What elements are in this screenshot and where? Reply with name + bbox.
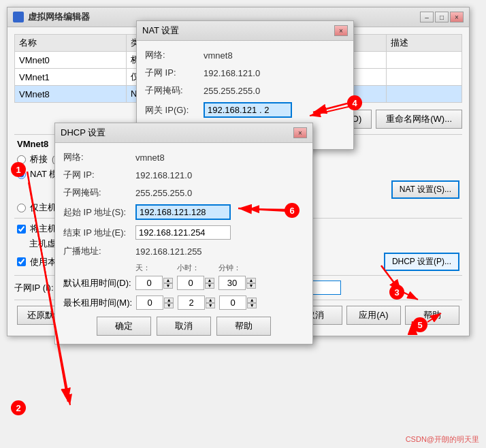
nat-settings-button[interactable]: NAT 设置(S)... [391, 180, 459, 199]
dhcp-subnet-ip-row: 子网 IP: 192.168.121.0 [63, 169, 304, 181]
nat-gateway-input[interactable] [204, 102, 292, 118]
minimize-button[interactable]: – [420, 12, 434, 22]
cell-desc [387, 69, 462, 86]
maximize-button[interactable]: □ [435, 12, 449, 22]
dhcp-end-ip-row: 结束 IP 地址(E): [63, 225, 304, 240]
dhcp-network-row: 网络: vmnet8 [63, 151, 304, 163]
cell-desc [387, 86, 462, 103]
dhcp-subnet-mask-row: 子网掩码: 255.255.255.0 [63, 187, 304, 199]
col-desc: 描述 [387, 35, 462, 52]
nat-dialog-close[interactable]: × [334, 25, 348, 36]
max-lease-minute-up[interactable]: ▲ [247, 298, 257, 303]
dhcp-subnet-ip-value: 192.168.121.0 [135, 170, 192, 180]
nat-gateway-label: 网关 IP(G): [145, 104, 199, 116]
max-lease-day-down[interactable]: ▼ [164, 303, 174, 308]
dhcp-network-label: 网络: [63, 151, 131, 163]
max-lease-day-input[interactable] [136, 295, 163, 310]
nat-dialog-title: NAT 设置 [142, 25, 179, 37]
default-lease-hour-input[interactable] [177, 276, 204, 290]
default-lease-minute-input[interactable] [218, 276, 246, 290]
bridge-radio[interactable] [17, 155, 26, 164]
nat-network-value: vmnet8 [204, 50, 233, 61]
dhcp-network-value: vmnet8 [135, 153, 165, 163]
app-icon [13, 12, 24, 22]
default-lease-hour-down[interactable]: ▼ [205, 283, 214, 289]
nat-subnet-mask-row: 子网掩码: 255.255.255.0 [145, 84, 345, 97]
main-title: 虚拟网络编辑器 [28, 11, 90, 23]
nat-subnet-ip-value: 192.168.121.0 [204, 68, 260, 78]
dhcp-end-ip-input[interactable] [135, 225, 231, 240]
dhcp-dialog-titlebar: DHCP 设置 × [55, 123, 312, 143]
cell-name: VMnet8 [15, 86, 127, 103]
dhcp-broadcast-row: 广播地址: 192.168.121.255 [63, 245, 304, 257]
max-lease-minute-down[interactable]: ▼ [247, 303, 257, 308]
default-lease-minute-down[interactable]: ▼ [246, 283, 256, 289]
dhcp-start-ip-row: 起始 IP 地址(S): [63, 204, 304, 220]
default-lease-label: 默认租用时间(D): [63, 277, 131, 289]
bridge-label: 桥接 [30, 153, 48, 165]
hour-col-header: 小时： [177, 263, 214, 273]
rename-network-button[interactable]: 重命名网络(W)... [376, 110, 462, 129]
dhcp-start-ip-input[interactable] [135, 204, 231, 220]
minute-col-header: 分钟： [218, 263, 256, 273]
max-lease-hour-down[interactable]: ▼ [206, 303, 215, 308]
badge-2: 2 [11, 400, 26, 415]
nat-subnet-ip-label: 子网 IP: [145, 67, 199, 79]
nat-network-label: 网络: [145, 49, 199, 61]
help-button[interactable]: 帮助 [405, 306, 459, 325]
default-lease-day-down[interactable]: ▼ [163, 283, 173, 289]
nat-subnet-mask-value: 255.255.255.0 [204, 86, 260, 96]
max-lease-hour-input[interactable] [178, 295, 205, 310]
max-lease-label: 最长租用时间(M): [63, 297, 132, 309]
nat-radio[interactable] [17, 170, 26, 179]
apply-button[interactable]: 应用(A) [346, 306, 401, 325]
max-lease-hour-up[interactable]: ▲ [206, 298, 215, 303]
max-lease-row: 最长租用时间(M): ▲▼ ▲▼ ▲▼ [63, 295, 304, 310]
cell-name: VMnet0 [15, 52, 127, 69]
default-lease-day-input[interactable] [135, 276, 163, 290]
dhcp-dialog-buttons: 确定 取消 帮助 [63, 317, 304, 336]
dhcp-cancel-button[interactable]: 取消 [157, 317, 211, 336]
dhcp-end-ip-label: 结束 IP 地址(E): [63, 227, 131, 239]
nat-network-row: 网络: vmnet8 [145, 49, 345, 61]
dhcp-ok-button[interactable]: 确定 [97, 317, 151, 336]
dhcp-start-ip-label: 起始 IP 地址(S): [63, 206, 131, 219]
max-lease-day-up[interactable]: ▲ [164, 298, 174, 303]
nat-subnet-mask-label: 子网掩码: [145, 84, 199, 97]
dhcp-broadcast-value: 192.168.121.255 [135, 246, 202, 257]
nat-gateway-row: 网关 IP(G): [145, 102, 345, 118]
dhcp-dialog: DHCP 设置 × 网络: vmnet8 子网 IP: 192.168.121.… [54, 123, 313, 345]
dhcp-subnet-mask-value: 255.255.255.0 [135, 188, 192, 198]
dhcp-settings-button[interactable]: DHCP 设置(P)... [384, 253, 459, 271]
connect-adapter-checkbox[interactable] [17, 225, 26, 234]
dhcp-help-button[interactable]: 帮助 [216, 317, 271, 336]
default-lease-row: 默认租用时间(D): ▲▼ ▲▼ ▲▼ [63, 276, 304, 290]
cell-name: VMnet1 [15, 69, 127, 86]
dhcp-subnet-mask-label: 子网掩码: [63, 187, 131, 199]
dhcp-dialog-title: DHCP 设置 [61, 127, 106, 139]
dhcp-dialog-content: 网络: vmnet8 子网 IP: 192.168.121.0 子网掩码: 25… [55, 143, 312, 344]
dhcp-broadcast-label: 广播地址: [63, 245, 131, 257]
dhcp-subnet-ip-label: 子网 IP: [63, 169, 131, 181]
vmnet-name-label: VMnet8 [17, 139, 48, 149]
col-name: 名称 [15, 35, 127, 52]
default-lease-day-up[interactable]: ▲ [163, 278, 173, 283]
nat-dialog-titlebar: NAT 设置 × [137, 21, 353, 41]
close-button[interactable]: × [450, 12, 464, 22]
default-lease-hour-up[interactable]: ▲ [205, 278, 214, 283]
max-lease-minute-input[interactable] [219, 295, 246, 310]
nat-subnet-ip-row: 子网 IP: 192.168.121.0 [145, 67, 345, 79]
watermark: CSDN@开朗的明天里 [406, 434, 479, 445]
window-controls: – □ × [420, 12, 464, 22]
day-col-header: 天： [135, 263, 173, 273]
default-lease-minute-up[interactable]: ▲ [246, 278, 256, 283]
cell-desc [387, 52, 462, 69]
dhcp-dialog-close[interactable]: × [293, 127, 307, 138]
hostonly-radio[interactable] [17, 204, 26, 212]
use-dhcp-checkbox[interactable] [17, 257, 26, 266]
